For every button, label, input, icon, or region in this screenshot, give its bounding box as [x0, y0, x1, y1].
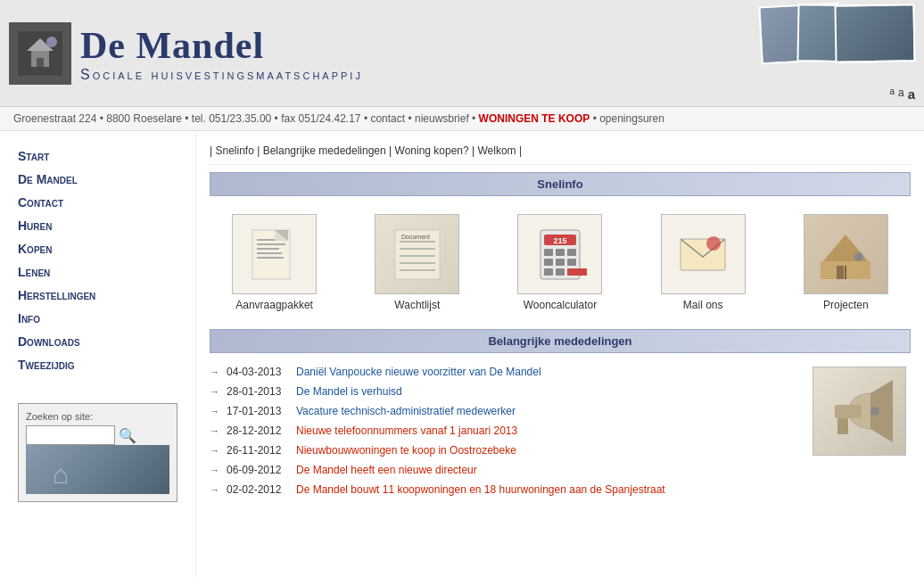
- woningen-link[interactable]: WONINGEN TE KOOP: [479, 112, 590, 125]
- svg-rect-42: [837, 418, 848, 434]
- mededeling-date: 02-02-2012: [227, 483, 289, 496]
- mededelingen-header: Belangrijke mededelingen: [210, 329, 911, 353]
- snelinfo-items: AanvraagpakketDocumentWachtlijst215Woonc…: [210, 205, 911, 316]
- svg-point-33: [706, 236, 721, 251]
- svg-text:Document: Document: [401, 234, 430, 240]
- arrow-icon: →: [210, 484, 219, 495]
- sidebar-item-lenen[interactable]: Lenen: [18, 260, 177, 284]
- snelinfo-item-projecten[interactable]: Projecten: [804, 214, 888, 311]
- snelinfo-image-wooncalculator: 215: [517, 214, 602, 294]
- snelinfo-label-wachtlijst: Wachtlijst: [394, 299, 440, 311]
- search-input[interactable]: [26, 425, 115, 445]
- sidebar-item-kopen[interactable]: Kopen: [18, 237, 177, 260]
- svg-rect-31: [567, 268, 587, 276]
- mededeling-date: 28-01-2013: [227, 385, 289, 398]
- quicknav-snelinfo[interactable]: Snelinfo: [215, 144, 253, 157]
- svg-point-43: [870, 407, 879, 416]
- search-box: Zoeken op site: 🔍: [18, 403, 177, 502]
- sidebar-item-huren[interactable]: Huren: [18, 214, 177, 237]
- sidebar-item-contact[interactable]: Contact: [18, 191, 177, 214]
- svg-point-37: [854, 252, 863, 261]
- quicknav-mededelingen[interactable]: Belangrijke mededelingen: [263, 144, 386, 157]
- sidebar-item-tweezijdig[interactable]: Tweezijdig: [18, 353, 177, 376]
- main-layout: StartDe MandelContactHurenKopenLenenHers…: [0, 131, 924, 577]
- page-header: De Mandel Sociale huisvestingsmaatschapp…: [0, 0, 924, 107]
- sidebar-nav: StartDe MandelContactHurenKopenLenenHers…: [18, 144, 177, 376]
- svg-point-4: [46, 37, 57, 47]
- snelinfo-label-projecten: Projecten: [823, 299, 869, 311]
- svg-rect-29: [544, 268, 553, 276]
- snelinfo-label-aanvraagpakket: Aanvraagpakket: [235, 299, 313, 311]
- quicknav-welkom[interactable]: Welkom: [478, 144, 516, 157]
- mededeling-row: → 28-01-2013 De Mandel is verhuisd: [210, 382, 799, 401]
- snelinfo-item-aanvraagpakket[interactable]: Aanvraagpakket: [232, 214, 317, 311]
- site-subtitle: Sociale huisvestingsmaatschappij: [80, 67, 915, 83]
- address-text: Groenestraat 224 • 8800 Roeselare • tel.…: [13, 112, 367, 125]
- contact-link[interactable]: contact: [370, 112, 405, 125]
- sidebar-item-downloads[interactable]: Downloads: [18, 330, 177, 353]
- sidebar-item-info[interactable]: Info: [18, 307, 177, 330]
- mededeling-row: → 02-02-2012 De Mandel bouwt 11 koopwoni…: [210, 480, 799, 499]
- mededeling-text[interactable]: De Mandel heeft een nieuwe directeur: [296, 464, 477, 476]
- megaphone-image: [813, 367, 906, 456]
- mededelingen-layout: → 04-03-2013 Daniël Vanpoucke nieuwe voo…: [210, 362, 911, 499]
- svg-rect-30: [556, 268, 565, 276]
- mededeling-text[interactable]: Nieuwe telefoonnummers vanaf 1 januari 2…: [296, 424, 517, 437]
- snelinfo-header: Snelinfo: [210, 172, 911, 196]
- font-small-btn[interactable]: a: [889, 87, 895, 102]
- mededeling-text[interactable]: De Mandel is verhuisd: [296, 385, 402, 398]
- mededelingen-list: → 04-03-2013 Daniël Vanpoucke nieuwe voo…: [210, 362, 799, 499]
- sidebar-item-herstellingen[interactable]: Herstellingen: [18, 284, 177, 307]
- snelinfo-image-mail-ons: [661, 214, 746, 294]
- search-row: 🔍: [26, 425, 169, 445]
- svg-rect-7: [257, 243, 285, 245]
- svg-rect-26: [544, 259, 553, 266]
- mededeling-row: → 28-12-2012 Nieuwe telefoonnummers vana…: [210, 421, 799, 441]
- snelinfo-image-aanvraagpakket: [232, 214, 317, 294]
- mededeling-date: 04-03-2013: [227, 366, 289, 378]
- sidebar-item-start[interactable]: Start: [18, 144, 177, 168]
- svg-rect-36: [837, 266, 844, 279]
- snelinfo-item-wooncalculator[interactable]: 215Wooncalculator: [517, 214, 602, 311]
- mededeling-text[interactable]: Nieuwbouwwoningen te koop in Oostrozebek…: [296, 444, 516, 457]
- font-medium-btn[interactable]: a: [898, 87, 904, 102]
- mededeling-date: 26-11-2012: [227, 444, 289, 457]
- mededeling-date: 28-12-2012: [227, 424, 289, 437]
- address-bar: Groenestraat 224 • 8800 Roeselare • tel.…: [0, 107, 924, 131]
- mededeling-row: → 26-11-2012 Nieuwbouwwoningen te koop i…: [210, 441, 799, 460]
- snelinfo-image-wachtlijst: Document: [375, 214, 459, 294]
- header-image-3: [834, 4, 915, 63]
- mededeling-text[interactable]: Vacature technisch-administratief medewe…: [296, 405, 516, 417]
- snelinfo-label-wooncalculator: Wooncalculator: [524, 299, 598, 311]
- mededeling-text[interactable]: De Mandel bouwt 11 koopwoningen en 18 hu…: [296, 483, 665, 496]
- arrow-icon: →: [210, 386, 219, 397]
- mededeling-text[interactable]: Daniël Vanpoucke nieuwe voorzitter van D…: [296, 366, 541, 378]
- svg-rect-25: [567, 249, 576, 256]
- font-large-btn[interactable]: a: [908, 87, 915, 102]
- snelinfo-item-mail-ons[interactable]: Mail ons: [661, 214, 746, 311]
- sidebar-item-de-mandel[interactable]: De Mandel: [18, 168, 177, 191]
- arrow-icon: →: [210, 406, 219, 416]
- content-area: | Snelinfo | Belangrijke mededelingen | …: [196, 131, 924, 577]
- arrow-icon: →: [210, 445, 219, 456]
- mededeling-date: 17-01-2013: [227, 405, 289, 417]
- mededelingen-image-area: [813, 362, 911, 499]
- openingsuren-link[interactable]: openingsuren: [599, 112, 664, 125]
- sidebar-house-image: [26, 445, 169, 494]
- quick-nav: | Snelinfo | Belangrijke mededelingen | …: [210, 140, 911, 165]
- search-label: Zoeken op site:: [26, 411, 169, 422]
- newsbrief-link[interactable]: nieuwsbrief: [415, 112, 469, 125]
- svg-rect-3: [37, 58, 44, 67]
- logo-icon: [9, 22, 71, 85]
- snelinfo-label-mail-ons: Mail ons: [683, 299, 723, 311]
- svg-rect-24: [556, 249, 565, 256]
- search-button[interactable]: 🔍: [119, 427, 136, 444]
- svg-rect-23: [544, 249, 553, 256]
- header-images: [760, 4, 915, 62]
- quicknav-woning-kopen[interactable]: Woning kopen?: [395, 144, 469, 157]
- svg-rect-27: [556, 259, 565, 266]
- snelinfo-image-projecten: [804, 214, 888, 294]
- arrow-icon: →: [210, 425, 219, 436]
- snelinfo-item-wachtlijst[interactable]: DocumentWachtlijst: [375, 214, 459, 311]
- mededeling-row: → 06-09-2012 De Mandel heeft een nieuwe …: [210, 460, 799, 480]
